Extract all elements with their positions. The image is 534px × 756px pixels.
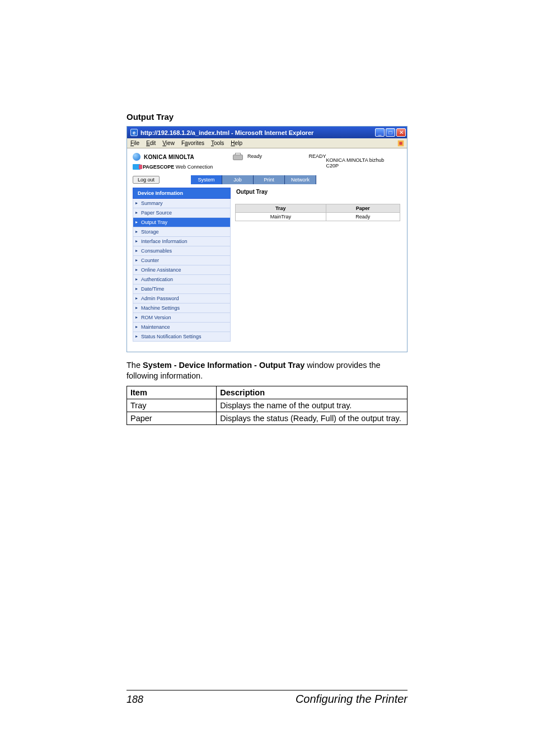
sidebar-item-storage[interactable]: Storage [133, 227, 231, 237]
screenshot-window: e http://192.168.1.2/a_index.html - Micr… [127, 126, 407, 352]
minimize-button[interactable]: _ [375, 128, 385, 137]
sidebar-item-output-tray[interactable]: Output Tray [133, 218, 231, 227]
menu-tools[interactable]: Tools [211, 140, 224, 146]
main-panel-title: Output Tray [236, 189, 400, 195]
output-tray-table: Tray Paper MainTray Ready [235, 204, 400, 221]
ie-icon: e [130, 129, 138, 136]
td-paper: Ready [326, 213, 400, 221]
sidebar-item-online-assistance[interactable]: Online Assistance [133, 265, 231, 275]
doc-th-description: Description [217, 386, 407, 399]
sidebar-item-maintenance[interactable]: Maintenance [133, 323, 231, 332]
printer-icon [232, 153, 244, 162]
menu-view[interactable]: View [162, 140, 175, 146]
page-number: 188 [127, 694, 143, 706]
close-button[interactable]: ✕ [396, 128, 406, 137]
footer-title: Configuring the Printer [296, 693, 407, 706]
menu-help[interactable]: Help [231, 140, 242, 146]
tab-network[interactable]: Network [285, 175, 316, 184]
tab-system[interactable]: System [191, 175, 222, 184]
sidebar-item-date-time[interactable]: Date/Time [133, 284, 231, 294]
page-footer: 188 Configuring the Printer [127, 690, 407, 706]
window-titlebar: e http://192.168.1.2/a_index.html - Micr… [127, 127, 407, 138]
doc-paragraph: The System - Device Information - Output… [127, 360, 407, 381]
window-title: http://192.168.1.2/a_index.html - Micros… [140, 129, 313, 136]
svg-rect-1 [399, 142, 402, 144]
menu-edit[interactable]: Edit [146, 140, 156, 146]
tab-job[interactable]: Job [222, 175, 254, 184]
sidebar-item-consumables[interactable]: Consumables [133, 246, 231, 256]
sidebar-item-interface-info[interactable]: Interface Information [133, 237, 231, 246]
logout-button[interactable]: Log out [133, 176, 160, 184]
sidebar-item-status-notification[interactable]: Status Notification Settings [133, 332, 231, 342]
ie-logo-icon [397, 139, 405, 147]
sidebar-item-authentication[interactable]: Authentication [133, 275, 231, 284]
sidebar: Device Information Summary Paper Source … [133, 188, 231, 344]
sidebar-item-summary[interactable]: Summary [133, 199, 231, 208]
doc-td-tray: Tray [127, 399, 217, 412]
menu-favorites[interactable]: Favorites [181, 140, 204, 146]
km-globe-icon [133, 153, 140, 161]
status-ready-label: Ready [247, 153, 262, 159]
doc-td-tray-desc: Displays the name of the output tray. [217, 399, 407, 412]
menu-file[interactable]: File [130, 140, 139, 146]
th-tray: Tray [236, 204, 326, 213]
td-tray: MainTray [236, 213, 326, 221]
sidebar-item-admin-password[interactable]: Admin Password [133, 294, 231, 304]
doc-td-paper: Paper [127, 412, 217, 424]
brand-text: KONICA MINOLTA [144, 154, 194, 160]
sidebar-item-machine-settings[interactable]: Machine Settings [133, 304, 231, 313]
model-label: KONICA MINOLTA bizhub C20P [326, 153, 402, 170]
pagescope-label: PAGESCOPE Web Connection [143, 164, 213, 170]
menu-bar: File Edit View Favorites Tools Help [127, 138, 407, 148]
doc-th-item: Item [127, 386, 217, 399]
sidebar-item-paper-source[interactable]: Paper Source [133, 208, 231, 218]
status-center-label: READY [308, 153, 326, 170]
sidebar-item-counter[interactable]: Counter [133, 256, 231, 265]
th-paper: Paper [326, 204, 400, 213]
doc-td-paper-desc: Displays the status (Ready, Full) of the… [217, 412, 407, 424]
pagescope-icon [133, 164, 140, 170]
sidebar-item-rom-version[interactable]: ROM Version [133, 313, 231, 323]
maximize-button[interactable]: □ [386, 128, 395, 137]
sidebar-head-device-info: Device Information [133, 188, 231, 199]
doc-item-table: Item Description Tray Displays the name … [127, 386, 407, 425]
section-heading: Output Tray [127, 112, 407, 122]
tab-print[interactable]: Print [254, 175, 285, 184]
